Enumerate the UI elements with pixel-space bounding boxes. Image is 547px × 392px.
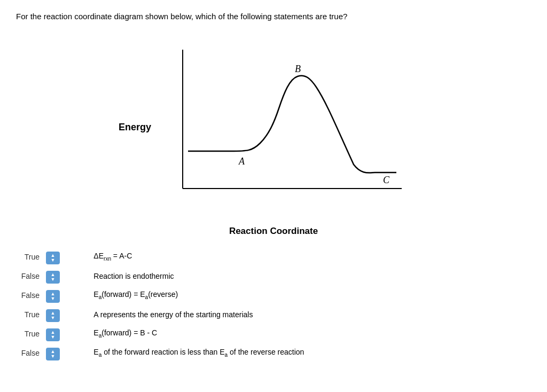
answer-row-3: False ▲ ▼ Ea(forward) = Ea(reverse) bbox=[16, 286, 531, 305]
diagram-wrapper: Energy A B C bbox=[119, 34, 428, 221]
answer-label-1: True bbox=[16, 247, 43, 266]
answer-stepper-2[interactable]: ▲ ▼ bbox=[46, 271, 60, 284]
down-arrow-icon-4: ▼ bbox=[51, 316, 56, 320]
answer-stepper-1[interactable]: ▲ ▼ bbox=[46, 252, 60, 264]
answer-text-6: Ea of the forward reaction is less than … bbox=[90, 343, 531, 363]
answer-text-2: Reaction is endothermic bbox=[90, 266, 531, 286]
reaction-diagram: A B C bbox=[161, 44, 412, 199]
question-text: For the reaction coordinate diagram show… bbox=[16, 11, 531, 23]
svg-text:B: B bbox=[295, 64, 301, 74]
svg-text:C: C bbox=[383, 175, 390, 185]
down-arrow-icon-2: ▼ bbox=[51, 277, 56, 282]
answers-table: True ▲ ▼ ΔErxn = A-C False ▲ ▼ Reaction … bbox=[16, 247, 531, 363]
answer-select-cell-3: ▲ ▼ bbox=[43, 286, 90, 305]
y-axis-label: Energy bbox=[119, 121, 151, 132]
answer-text-3: Ea(forward) = Ea(reverse) bbox=[90, 286, 531, 305]
answer-label-4: True bbox=[16, 305, 43, 324]
answer-row-1: True ▲ ▼ ΔErxn = A-C bbox=[16, 247, 531, 266]
answer-select-cell-6: ▲ ▼ bbox=[43, 343, 90, 363]
down-arrow-icon-6: ▼ bbox=[51, 354, 56, 359]
answer-row-6: False ▲ ▼ Ea of the forward reaction is … bbox=[16, 343, 531, 363]
answer-label-5: True bbox=[16, 324, 43, 343]
answer-row-4: True ▲ ▼ A represents the energy of the … bbox=[16, 305, 531, 324]
down-arrow-icon-1: ▼ bbox=[51, 258, 56, 263]
answer-label-6: False bbox=[16, 343, 43, 363]
answer-stepper-5[interactable]: ▲ ▼ bbox=[46, 328, 60, 341]
answer-label-2: False bbox=[16, 266, 43, 286]
svg-text:A: A bbox=[238, 156, 245, 167]
x-axis-label: Reaction Coordinate bbox=[16, 226, 531, 237]
answer-stepper-3[interactable]: ▲ ▼ bbox=[46, 290, 60, 303]
answer-select-cell-2: ▲ ▼ bbox=[43, 266, 90, 286]
answer-text-5: Ea(forward) = B - C bbox=[90, 324, 531, 343]
answer-stepper-4[interactable]: ▲ ▼ bbox=[46, 309, 60, 322]
down-arrow-icon-5: ▼ bbox=[51, 335, 56, 340]
answer-label-3: False bbox=[16, 286, 43, 305]
answer-select-cell-5: ▲ ▼ bbox=[43, 324, 90, 343]
answer-row-2: False ▲ ▼ Reaction is endothermic bbox=[16, 266, 531, 286]
diagram-container: Energy A B C bbox=[16, 34, 531, 221]
answer-text-1: ΔErxn = A-C bbox=[90, 247, 531, 266]
answer-row-5: True ▲ ▼ Ea(forward) = B - C bbox=[16, 324, 531, 343]
down-arrow-icon-3: ▼ bbox=[51, 296, 56, 301]
chart-area: A B C bbox=[161, 44, 412, 199]
answer-stepper-6[interactable]: ▲ ▼ bbox=[46, 348, 60, 360]
answer-select-cell-1: ▲ ▼ bbox=[43, 247, 90, 266]
answer-text-4: A represents the energy of the starting … bbox=[90, 305, 531, 324]
answer-select-cell-4: ▲ ▼ bbox=[43, 305, 90, 324]
